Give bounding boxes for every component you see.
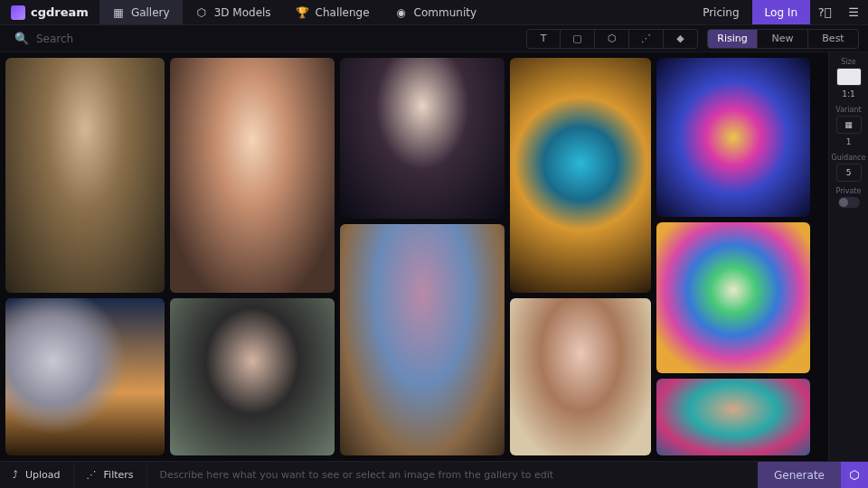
guidance-selector[interactable]: 5 [836, 164, 862, 182]
poly-icon: ◆ [676, 33, 684, 44]
nav-models-label: 3D Models [214, 6, 271, 19]
gallery-tile[interactable] [510, 298, 651, 455]
search-input[interactable]: 🔍 Search [9, 32, 79, 45]
sort-group: Rising New Best [707, 29, 859, 49]
top-bar: cgdream ▦ Gallery ⬡ 3D Models 🏆 Challeng… [0, 0, 868, 25]
nav-3d-models[interactable]: ⬡ 3D Models [183, 0, 284, 24]
gallery-tile[interactable] [656, 58, 810, 217]
discord-icon: ◉ [395, 6, 408, 19]
nav-community-label: Community [414, 6, 476, 19]
generate-cube-button[interactable]: ⬡ [841, 462, 868, 488]
gallery-tile[interactable] [340, 224, 505, 455]
search-icon: 🔍 [14, 32, 29, 45]
size-value: 1:1 [842, 89, 854, 99]
prompt-placeholder: Describe here what you want to see or se… [160, 469, 554, 481]
gallery-tile[interactable] [5, 58, 165, 293]
gallery-tile[interactable] [340, 58, 505, 219]
guidance-label: Guidance [832, 154, 866, 162]
help-icon[interactable]: ?⃝ [810, 0, 839, 24]
filters-label: Filters [104, 469, 134, 481]
sub-bar: 🔍 Search T ▢ ⬡ ⋰ ◆ Rising New Best [0, 25, 868, 52]
variant-label: Variant [835, 106, 861, 114]
tool-group: T ▢ ⬡ ⋰ ◆ [526, 29, 698, 49]
tool-text[interactable]: T [526, 29, 561, 49]
main-content: Size 1:1 Variant ▦ 1 Guidance 5 Private [0, 52, 868, 461]
filters-icon: ⋰ [87, 469, 97, 481]
variant-selector[interactable]: ▦ [836, 116, 862, 134]
nav-community[interactable]: ◉ Community [382, 0, 489, 24]
logo-mark-icon [11, 5, 25, 20]
login-button[interactable]: Log In [752, 0, 810, 24]
nav-challenge-label: Challenge [316, 6, 370, 19]
gallery-tile[interactable] [5, 298, 165, 455]
tool-image[interactable]: ▢ [561, 29, 595, 49]
size-selector[interactable] [836, 68, 862, 86]
sort-rising[interactable]: Rising [707, 29, 758, 49]
right-sidebar: Size 1:1 Variant ▦ 1 Guidance 5 Private [828, 52, 868, 461]
logo[interactable]: cgdream [0, 5, 99, 20]
topbar-right: Pricing Log In ?⃝ ☰ [690, 0, 868, 24]
tool-poly[interactable]: ◆ [664, 29, 698, 49]
upload-button[interactable]: ⤴ Upload [0, 462, 74, 488]
image-icon: ▢ [572, 33, 581, 44]
prompt-input[interactable]: Describe here what you want to see or se… [147, 469, 758, 481]
cube-icon: ⬡ [608, 33, 617, 44]
lines-icon: ⋰ [641, 33, 651, 44]
trophy-icon: 🏆 [297, 6, 309, 19]
bottom-bar: ⤴ Upload ⋰ Filters Describe here what yo… [0, 461, 868, 488]
cube-icon: ⬡ [849, 468, 859, 482]
private-label: Private [836, 187, 862, 195]
gallery-tile[interactable] [510, 58, 651, 293]
upload-label: Upload [25, 469, 61, 481]
cube-icon: ⬡ [195, 6, 208, 19]
nav-gallery[interactable]: ▦ Gallery [99, 0, 183, 24]
gallery-tile[interactable] [170, 298, 335, 455]
sort-best[interactable]: Best [808, 29, 859, 49]
gallery-tile[interactable] [656, 222, 810, 374]
size-label: Size [841, 58, 855, 66]
nav-gallery-label: Gallery [131, 6, 170, 19]
sort-new[interactable]: New [758, 29, 808, 49]
filters-button[interactable]: ⋰ Filters [74, 462, 147, 488]
nav-challenge[interactable]: 🏆 Challenge [284, 0, 382, 24]
gallery-tile[interactable] [656, 379, 810, 455]
private-toggle[interactable] [838, 197, 860, 208]
gallery-grid [0, 52, 828, 461]
tool-cube[interactable]: ⬡ [595, 29, 629, 49]
search-placeholder: Search [36, 33, 73, 45]
menu-icon[interactable]: ☰ [839, 0, 868, 24]
tool-lines[interactable]: ⋰ [629, 29, 664, 49]
generate-button[interactable]: Generate [758, 462, 841, 488]
brand-name: cgdream [31, 5, 89, 19]
upload-icon: ⤴ [13, 469, 18, 481]
pricing-link[interactable]: Pricing [690, 0, 751, 24]
main-nav: ▦ Gallery ⬡ 3D Models 🏆 Challenge ◉ Comm… [99, 0, 489, 24]
gallery-tile[interactable] [170, 58, 335, 293]
gallery-icon: ▦ [112, 6, 125, 19]
variant-value: 1 [846, 137, 852, 146]
